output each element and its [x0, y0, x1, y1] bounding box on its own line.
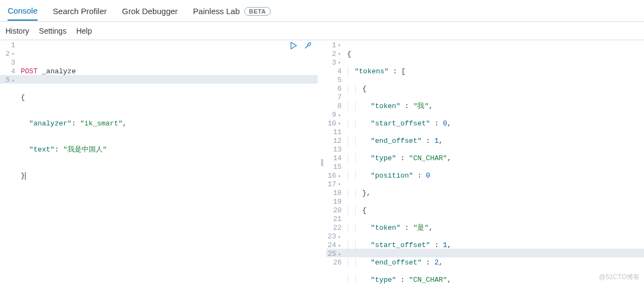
tab-search-profiler[interactable]: Search Profiler [53, 7, 107, 20]
console-panes: 1 2▾ 3 4 5▴ POST _analyze { "analyzer": … [0, 40, 644, 284]
tab-grok-debugger[interactable]: Grok Debugger [122, 7, 178, 20]
console-subbar: History Settings Help [0, 22, 644, 40]
response-gutter: 1▾ 2▾ 3▾ 4 5 6 7 8 9▴ 10▾ 11 12 13 14 15… [326, 40, 345, 284]
beta-badge: BETA [244, 7, 271, 16]
wrench-icon[interactable] [304, 41, 312, 50]
request-editor[interactable]: POST _analyze { "analyzer": "ik_smart", … [18, 40, 318, 284]
play-icon[interactable] [289, 41, 298, 50]
subbar-settings[interactable]: Settings [39, 27, 67, 35]
subbar-history[interactable]: History [5, 27, 29, 35]
main-tabs: Console Search Profiler Grok Debugger Pa… [0, 0, 644, 22]
tab-painless-lab-label: Painless Lab [193, 7, 240, 16]
response-viewer[interactable]: { "tokens" : [ { "token" : "我", "start_o… [345, 40, 644, 284]
tab-painless-lab[interactable]: Painless Lab BETA [193, 7, 271, 20]
text-cursor [25, 172, 26, 180]
response-pane[interactable]: 1▾ 2▾ 3▾ 4 5 6 7 8 9▴ 10▾ 11 12 13 14 15… [326, 40, 644, 284]
subbar-help[interactable]: Help [76, 27, 92, 35]
tab-console[interactable]: Console [8, 6, 38, 21]
pane-splitter[interactable]: ‖ [318, 40, 326, 284]
request-actions [289, 41, 312, 50]
request-pane[interactable]: 1 2▾ 3 4 5▴ POST _analyze { "analyzer": … [0, 40, 318, 284]
